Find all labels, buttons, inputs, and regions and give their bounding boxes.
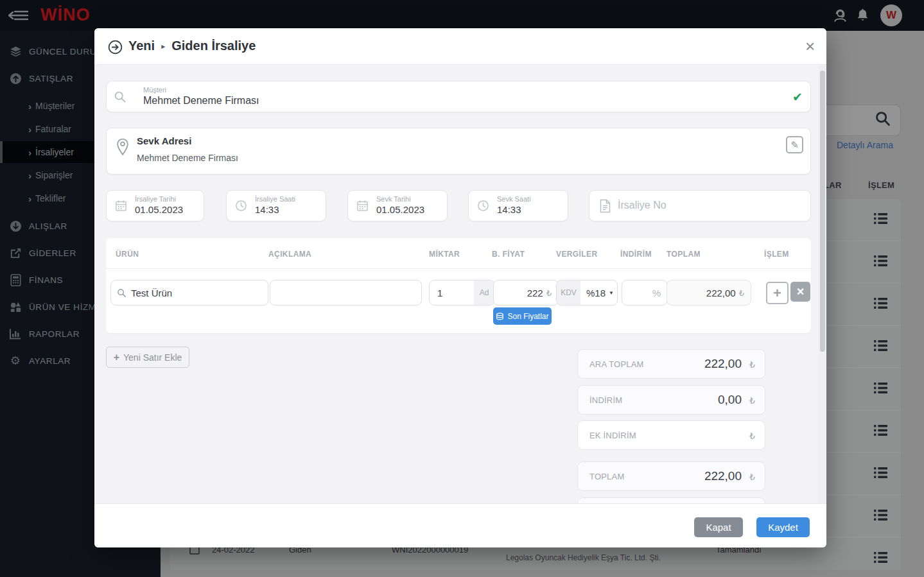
customer-field[interactable]: Müşteri Mehmet Deneme Firması ✔	[106, 81, 811, 112]
coins-icon	[496, 313, 504, 320]
last-prices-label: Son Fiyatlar	[507, 312, 548, 321]
save-button[interactable]: Kaydet	[756, 517, 810, 537]
total-label: İNDİRİM	[589, 395, 622, 405]
th-urun: ÜRÜN	[116, 250, 139, 259]
lira-symbol: ₺	[749, 395, 755, 406]
scrollbar-thumb[interactable]	[820, 71, 825, 352]
modal-title-doc: Giden İrsaliye	[171, 39, 256, 53]
grand-total-box: TOPLAM 222,00 ₺	[577, 461, 765, 491]
tax-label: KDV	[557, 280, 580, 305]
search-icon	[114, 90, 126, 103]
total-value: 222,00	[704, 469, 742, 483]
total-label: EK İNDİRİM	[589, 431, 636, 440]
lira-symbol: ₺	[546, 288, 552, 298]
discount-input[interactable]: %	[622, 280, 668, 306]
discount-total-box: İNDİRİM 0,00 ₺	[577, 385, 765, 415]
product-value: Test Ürün	[131, 288, 172, 298]
app-window: WİNO W GÜNCEL DURUM	[0, 0, 924, 577]
customer-value: Mehmet Deneme Firması	[143, 95, 259, 107]
lira-symbol: ₺	[739, 288, 744, 298]
close-icon[interactable]: ×	[805, 40, 815, 53]
discount-placeholder: %	[652, 288, 661, 298]
tax-select[interactable]: KDV %18 ▼	[556, 280, 618, 306]
shipping-time-field[interactable]: Sevk Saati 14:33	[468, 190, 568, 221]
field-value: 14:33	[255, 204, 279, 215]
add-line-icon[interactable]: +	[766, 282, 789, 304]
field-label: İrsaliye Tarihi	[135, 195, 176, 203]
waybill-date-field[interactable]: İrsaliye Tarihi 01.05.2023	[106, 190, 204, 221]
waybill-time-field[interactable]: İrsaliye Saati 14:33	[226, 190, 326, 221]
new-waybill-modal: Yeni ▸ Giden İrsaliye × Müşteri Mehmet D…	[94, 28, 826, 547]
field-label: İrsaliye Saati	[255, 195, 295, 203]
edit-pencil-icon[interactable]: ✎	[786, 136, 803, 153]
add-row-button[interactable]: + Yeni Satır Ekle	[106, 347, 189, 368]
last-prices-button[interactable]: Son Fiyatlar	[493, 307, 552, 325]
modal-scrollbar[interactable]	[819, 65, 826, 503]
field-value: 01.05.2023	[376, 204, 424, 215]
shipping-value: Mehmet Deneme Firması	[137, 153, 238, 163]
modal-title-new: Yeni	[128, 39, 155, 53]
modal-header: Yeni ▸ Giden İrsaliye ×	[94, 28, 826, 65]
description-input[interactable]	[270, 280, 422, 306]
cancel-button[interactable]: Kapat	[694, 517, 743, 537]
calendar-icon	[115, 200, 127, 212]
shipping-date-field[interactable]: Sevk Tarihi 01.05.2023	[347, 190, 448, 221]
quantity-value: 1	[437, 288, 442, 298]
breadcrumb-caret-icon: ▸	[161, 42, 165, 51]
customer-label: Müşteri	[143, 86, 166, 94]
caret-down-icon: ▼	[609, 290, 614, 296]
th-islem: İŞLEM	[764, 250, 789, 259]
plus-icon: +	[114, 352, 119, 363]
clock-icon	[477, 200, 489, 212]
price-value: 222	[527, 288, 543, 298]
modal-footer: Kapat Kaydet	[94, 503, 826, 547]
check-icon: ✔	[792, 90, 803, 105]
field-value: 14:33	[497, 204, 521, 215]
th-bfiyat: B. FİYAT	[492, 250, 525, 259]
th-indirim: İNDİRİM	[620, 250, 652, 259]
total-value: 222,00	[704, 357, 742, 371]
unit-suffix: Ad	[474, 280, 494, 305]
quantity-input[interactable]: 1 Ad	[429, 280, 495, 306]
shipping-title: Sevk Adresi	[137, 135, 191, 146]
waybill-no-field[interactable]: İrsaliye No	[589, 190, 811, 221]
total-label: ARA TOPLAM	[589, 359, 644, 369]
th-miktar: MİKTAR	[429, 250, 460, 259]
search-icon	[117, 288, 126, 298]
shipping-address-card: Sevk Adresi Mehmet Deneme Firması ✎	[106, 128, 811, 175]
line-items-table: ÜRÜN AÇIKLAMA MİKTAR B. FİYAT VERGİLER İ…	[106, 238, 811, 333]
total-value: 0,00	[718, 393, 742, 407]
remove-line-icon[interactable]: ×	[790, 282, 810, 302]
field-value: 01.05.2023	[135, 204, 183, 215]
field-label: Sevk Saati	[497, 195, 531, 203]
lira-symbol: ₺	[749, 431, 755, 441]
location-pin-icon	[116, 138, 130, 156]
field-label: Sevk Tarihi	[376, 195, 411, 203]
extra-discount-input[interactable]: EK İNDİRİM ₺	[577, 420, 765, 450]
th-toplam: TOPLAM	[667, 250, 701, 259]
line-total-readonly: 222,00 ₺	[667, 280, 751, 306]
calendar-icon	[356, 200, 369, 212]
divider	[106, 268, 811, 269]
subtotal-box: ARA TOPLAM 222,00 ₺	[577, 349, 765, 379]
th-vergiler: VERGİLER	[556, 250, 598, 259]
unit-price-input[interactable]: 222 ₺	[493, 280, 559, 306]
total-label: TOPLAM	[589, 472, 624, 481]
line-total-value: 222,00	[706, 288, 736, 298]
circle-arrow-icon	[108, 40, 123, 55]
tax-value: %18	[586, 288, 606, 298]
product-input[interactable]: Test Ürün	[110, 280, 268, 306]
add-row-label: Yeni Satır Ekle	[123, 352, 182, 363]
lira-symbol: ₺	[749, 472, 755, 482]
document-icon	[599, 199, 611, 213]
lira-symbol: ₺	[749, 359, 755, 370]
th-aciklama: AÇIKLAMA	[268, 250, 311, 259]
clock-icon	[235, 200, 247, 212]
waybill-no-placeholder: İrsaliye No	[618, 200, 667, 211]
